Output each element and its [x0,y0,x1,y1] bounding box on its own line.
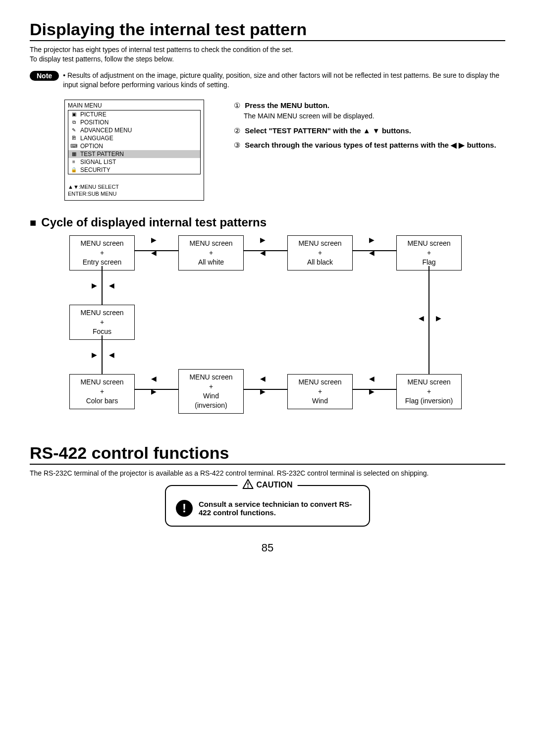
arrows-2-3: ▶◀ [260,236,266,256]
node-allwhite: MENU screen+All white [178,235,244,270]
position-icon: ⧉ [70,120,77,125]
main-menu-title: MAIN MENU [65,100,204,109]
cycle-diagram: MENU screen+Entry screen MENU screen+All… [59,235,476,429]
node-allblack: MENU screen+All black [287,235,353,270]
arrows-7-8: ◀▶ [260,375,266,395]
testpattern-icon: ▦ [70,152,77,157]
caution-text: Consult a service technician to convert … [199,500,359,517]
arrows-1-2: ▶◀ [151,236,157,256]
picture-icon: ▣ [70,112,77,117]
step-1: ① Press the MENU button. The MAIN MENU s… [234,100,496,122]
arrows-4-9: ◀▶ [419,315,441,322]
menu-item-position[interactable]: ⧉POSITION [68,118,200,126]
menu-item-language[interactable]: 🖹LANGUAGE [68,134,200,142]
note-text: • Results of adjustment on the image, pi… [63,71,505,90]
svg-point-2 [247,486,249,488]
caution-box: CAUTION ! Consult a service technician t… [165,485,370,527]
step-2-title: Select "TEST PATTERN" with the ▲ ▼ butto… [245,126,411,135]
exclamation-icon: ! [176,500,193,517]
step-1-num: ① [234,100,243,111]
step-2: ② Select "TEST PATTERN" with the ▲ ▼ but… [234,125,496,136]
arrows-3-4: ▶◀ [369,236,374,256]
arrows-6-7: ◀▶ [151,375,157,395]
note-badge: Note [30,71,59,81]
intro-text: The projector has eight types of interna… [30,45,505,64]
arrows-8-9: ◀▶ [369,375,374,395]
arrows-5-6: ▶◀ [92,351,114,358]
step-3-num: ③ [234,139,243,151]
menu-hints: ▲▼:MENU SELECT ENTER:SUB MENU [65,174,204,201]
step-1-title: Press the MENU button. [245,101,329,109]
node-flag: MENU screen+Flag [396,235,462,270]
caution-label-text: CAUTION [257,481,293,489]
main-menu-items: ▣PICTURE ⧉POSITION ✎ADVANCED MENU 🖹LANGU… [68,110,201,174]
intro-line-2: To display test patterns, follow the ste… [30,54,505,64]
security-icon: 🔒 [70,167,77,172]
caution-label: CAUTION [238,479,298,491]
node-colorbars: MENU screen+Color bars [69,374,135,409]
page-number: 85 [30,541,505,554]
menu-item-security[interactable]: 🔒SECURITY [68,166,200,174]
menu-hint-1: ▲▼:MENU SELECT [68,183,201,190]
menu-item-advanced[interactable]: ✎ADVANCED MENU [68,126,200,134]
node-focus: MENU screen+Focus [69,305,135,340]
node-entry: MENU screen+Entry screen [69,235,135,270]
menu-hint-2: ENTER:SUB MENU [68,190,201,197]
intro-line-1: The projector has eight types of interna… [30,45,505,54]
warning-triangle-icon [243,479,254,491]
section2-intro: The RS-232C terminal of the projector is… [30,469,505,478]
section2-title: RS-422 control functions [30,443,505,465]
menu-item-test-pattern[interactable]: ▦TEST PATTERN [68,150,200,158]
signal-icon: ≡ [70,160,77,164]
node-wind: MENU screen+Wind [287,374,353,409]
node-flaginv: MENU screen+Flag (inversion) [396,374,462,409]
node-windinv: MENU screen+Wind(inversion) [178,369,244,414]
cycle-heading: Cycle of displayed internal test pattern… [30,216,505,229]
advanced-icon: ✎ [70,128,77,133]
note-block: Note • Results of adjustment on the imag… [30,71,505,90]
arrows-1-5: ▶◀ [92,282,114,289]
menu-item-signal-list[interactable]: ≡SIGNAL LIST [68,158,200,166]
menu-item-picture[interactable]: ▣PICTURE [68,110,200,118]
menu-item-option[interactable]: ⌨OPTION [68,142,200,150]
language-icon: 🖹 [70,136,77,141]
step-3-title: Search through the various types of test… [245,141,496,149]
steps-block: ① Press the MENU button. The MAIN MENU s… [234,100,496,201]
step-2-num: ② [234,125,243,136]
step-3: ③ Search through the various types of te… [234,139,496,151]
section-title: Displaying the internal test pattern [30,20,505,41]
option-icon: ⌨ [70,144,77,149]
main-menu-box: MAIN MENU ▣PICTURE ⧉POSITION ✎ADVANCED M… [64,100,204,201]
step-1-sub: The MAIN MENU screen will be displayed. [244,111,496,122]
